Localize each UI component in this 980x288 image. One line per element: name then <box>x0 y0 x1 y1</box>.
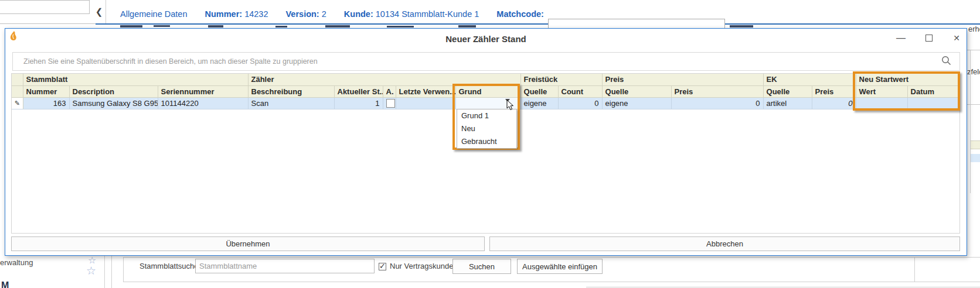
cell-nummer: 163 <box>23 97 69 109</box>
stammblattsuche-label: Stammblattsuche <box>139 259 198 274</box>
panel-border <box>123 257 980 258</box>
record-version[interactable]: Version: 2 <box>285 9 326 19</box>
record-header-section[interactable]: Allgemeine Daten <box>120 9 187 19</box>
group-by-drop-area[interactable]: Ziehen Sie eine Spaltenüberschrift in di… <box>12 52 960 71</box>
group-header-row: Stammblatt Zähler Freistück Preis EK Neu… <box>12 74 960 85</box>
column-header-ek-quelle[interactable]: Quelle <box>763 85 812 97</box>
dialog-title: Neuer Zähler Stand <box>5 34 967 44</box>
nav-item-fragment: erwaltung <box>0 258 33 267</box>
group-header-zaehler[interactable]: Zähler <box>248 74 520 85</box>
cell-preis-preis: 0 <box>671 97 763 109</box>
column-header-preis[interactable]: Preis <box>671 85 763 97</box>
clipped-text-fragment <box>387 26 414 28</box>
stammblattname-input[interactable] <box>195 259 375 273</box>
group-header-blank <box>12 74 23 85</box>
column-header-aktueller-stand[interactable]: Aktueller St... <box>334 85 383 97</box>
suchen-button[interactable]: Suchen <box>452 259 511 274</box>
column-header-freistueck-quelle[interactable]: Quelle <box>520 85 558 97</box>
maximize-button[interactable] <box>921 32 937 44</box>
abbrechen-button[interactable]: Abbrechen <box>489 236 960 251</box>
mouse-cursor-icon <box>506 100 514 113</box>
cell-aktueller-stand: 1 <box>334 97 383 109</box>
bg-line <box>967 104 980 105</box>
uebernehmen-button[interactable]: Übernehmen <box>11 236 485 251</box>
favorite-star-icon[interactable]: ☆ <box>88 256 96 265</box>
cell-neu-datum <box>907 97 960 109</box>
column-header-ek-preis[interactable]: Preis <box>812 85 856 97</box>
cell-beschreibung: Scan <box>248 97 334 109</box>
grund-dropdown-list: Grund 1 Neu Gebraucht <box>457 109 517 149</box>
column-header-a[interactable]: A. <box>383 85 396 97</box>
column-header-description[interactable]: Description <box>69 85 158 97</box>
cell-seriennummer: 101144220 <box>158 97 248 109</box>
nur-vertragskunde-label: Nur Vertragskunde <box>390 259 453 274</box>
bg-line <box>0 23 96 24</box>
bg-line <box>586 287 980 287</box>
bg-divider <box>104 256 105 288</box>
record-header: Allgemeine Daten Nummer: 14232 Version: … <box>120 7 544 21</box>
column-header-letzte-verwendung[interactable]: Letzte Verwen... <box>396 85 455 97</box>
group-header-preis[interactable]: Preis <box>602 74 763 85</box>
bg-divider <box>111 256 112 288</box>
column-header-grund[interactable]: Grund <box>455 85 520 97</box>
clipped-text-fragment <box>458 25 476 28</box>
column-header-datum[interactable]: Datum <box>907 85 960 97</box>
bg-divider <box>106 0 106 23</box>
favorite-star-icon[interactable]: ☆ <box>86 267 96 275</box>
screen: ❮ Allgemeine Daten Nummer: 14232 Version… <box>0 0 980 288</box>
column-header-seriennummer[interactable]: Seriennummer <box>158 85 248 97</box>
record-number[interactable]: Nummer: 14232 <box>205 9 268 19</box>
bg-input-fragment <box>548 19 725 29</box>
clipped-text-fragment <box>325 25 350 28</box>
search-icon[interactable] <box>941 56 951 68</box>
panel-border <box>123 282 980 282</box>
dropdown-option-neu[interactable]: Neu <box>457 122 516 135</box>
group-header-stammblatt[interactable]: Stammblatt <box>23 74 248 85</box>
bg-left-panel-fragment <box>0 0 90 14</box>
bg-line <box>967 50 980 50</box>
clipped-text-fragment <box>275 26 287 28</box>
column-header-beschreibung[interactable]: Beschreibung <box>248 85 334 97</box>
bg-grid-row-fragment <box>971 154 980 162</box>
dropdown-option-gebraucht[interactable]: Gebraucht <box>457 135 516 148</box>
clipped-nav-fragment: M <box>1 280 9 288</box>
grid-row[interactable]: ✎ 163 Samsung Galaxy S8 G95... 101144220… <box>12 97 960 109</box>
record-customer[interactable]: Kunde: 10134 Stammblatt-Kunde 1 <box>344 9 479 19</box>
row-edit-indicator: ✎ <box>12 97 23 109</box>
maximize-icon <box>925 35 933 42</box>
cell-neu-wert <box>856 97 907 109</box>
group-header-freistueck[interactable]: Freistück <box>520 74 602 85</box>
nur-vertragskunde-checkbox[interactable] <box>379 263 386 270</box>
column-header-row: Nummer Description Seriennummer Beschrei… <box>12 85 960 97</box>
ausgewaehlte-einfuegen-button[interactable]: Ausgewählte einfügen <box>517 259 603 274</box>
collapse-panel-chevron[interactable]: ❮ <box>94 5 104 19</box>
panel-border <box>914 257 915 282</box>
record-matchcode[interactable]: Matchcode: <box>496 9 544 19</box>
cell-description: Samsung Galaxy S8 G95... <box>69 97 158 109</box>
group-by-hint: Ziehen Sie eine Spaltenüberschrift in di… <box>23 57 941 66</box>
cell-a-checkbox[interactable] <box>383 97 396 109</box>
bg-divider <box>970 50 971 193</box>
a-checkbox[interactable] <box>386 99 395 108</box>
cell-ek-quelle: artikel <box>763 97 812 109</box>
column-header-wert[interactable]: Wert <box>856 85 907 97</box>
minimize-button[interactable]: — <box>893 32 909 44</box>
clipped-text-fragment <box>154 25 170 27</box>
column-header-preis-quelle[interactable]: Quelle <box>602 85 671 97</box>
column-header-indicator <box>12 85 23 97</box>
cell-freistueck-quelle: eigene <box>520 97 558 109</box>
column-header-nummer[interactable]: Nummer <box>23 85 69 97</box>
group-header-ek[interactable]: EK <box>763 74 856 85</box>
bg-header-underline <box>96 23 980 25</box>
bg-right-fragment-mid: zfeld <box>967 67 980 76</box>
group-header-neu-startwert[interactable]: Neu Startwert <box>856 74 960 85</box>
cell-freistueck-count: 0 <box>558 97 602 109</box>
cell-ek-preis: 0 <box>812 97 856 109</box>
cell-letzte-verwendung <box>396 97 455 109</box>
clipped-text-fragment <box>120 25 142 28</box>
clipped-text-fragment <box>730 25 753 28</box>
panel-border <box>123 257 124 282</box>
column-header-count[interactable]: Count <box>558 85 602 97</box>
clipped-text-fragment <box>208 25 223 28</box>
close-button[interactable]: ✕ <box>948 32 965 44</box>
